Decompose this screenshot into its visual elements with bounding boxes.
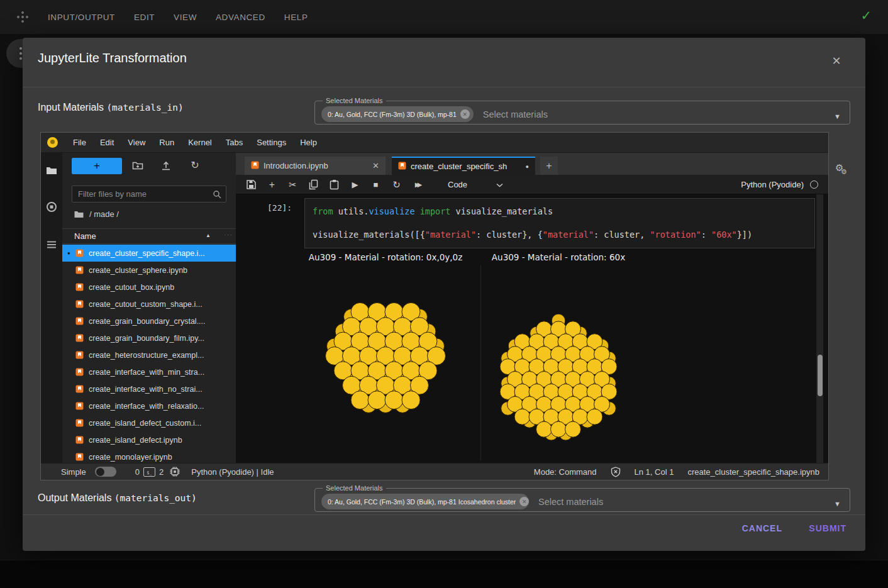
file-row[interactable]: ●create_grain_boundary_film.ipy... xyxy=(62,330,236,347)
selected-materials-legend: Selected Materials xyxy=(323,97,386,104)
input-materials-select-row[interactable]: 0: Au, Gold, FCC (Fm-3m) 3D (Bulk), mp-8… xyxy=(315,104,850,124)
cut-cells-icon[interactable]: ✂ xyxy=(287,179,298,190)
file-row[interactable]: ●create_grain_boundary_crystal.... xyxy=(62,313,236,330)
file-row[interactable]: ●create_island_defect_custom.i... xyxy=(62,414,236,431)
close-icon[interactable]: ✕ xyxy=(830,54,843,68)
tab-create-cluster-specific-shape[interactable]: create_cluster_specific_sh ● xyxy=(392,157,535,175)
terminals-count: 0 xyxy=(135,467,140,477)
file-row[interactable]: ●create_heterostructure_exampl... xyxy=(62,347,236,363)
output-materials-select: Selected Materials 0: Au, Gold, FCC (Fm-… xyxy=(314,484,850,512)
select-materials-placeholder: Select materials xyxy=(538,497,603,507)
filter-files-input[interactable] xyxy=(72,186,226,202)
editor-mode[interactable]: Mode: Command xyxy=(534,467,597,477)
chip-remove-icon[interactable]: ✕ xyxy=(519,497,529,506)
topbar-menu-view[interactable]: VIEW xyxy=(174,13,197,22)
new-folder-icon[interactable] xyxy=(132,160,143,171)
jupyter-left-sidebar xyxy=(41,153,62,463)
chevron-down-icon[interactable]: ▼ xyxy=(834,113,841,120)
filter-files-box xyxy=(72,186,226,202)
file-row[interactable]: ●create_cluster_sphere.ipynb xyxy=(62,262,236,279)
settings-gears-icon[interactable]: ⚙⚙ xyxy=(835,162,854,181)
file-row[interactable]: ●create_interface_with_min_stra... xyxy=(62,363,236,380)
running-kernels-icon[interactable] xyxy=(46,201,57,213)
topbar-menu-help[interactable]: HELP xyxy=(284,13,308,22)
topbar-menu-input-output[interactable]: INPUT/OUTPUT xyxy=(48,13,115,22)
new-launcher-button[interactable]: + xyxy=(72,158,122,174)
table-of-contents-icon[interactable] xyxy=(46,239,57,250)
upload-icon[interactable] xyxy=(160,160,172,171)
top-app-bar: INPUT/OUTPUTEDITVIEWADVANCEDHELP ✓ xyxy=(0,0,888,34)
topbar-menu-edit[interactable]: EDIT xyxy=(134,13,155,22)
file-row[interactable]: ●create_interface_with_relaxatio... xyxy=(62,397,236,414)
jupyter-menu-settings[interactable]: Settings xyxy=(250,138,293,147)
interrupt-kernel-icon[interactable]: ■ xyxy=(370,179,381,190)
output-materials-select-row[interactable]: 0: Au, Gold, FCC (Fm-3m) 3D (Bulk), mp-8… xyxy=(315,492,850,511)
cell-type-select[interactable]: Code xyxy=(448,180,467,189)
kernel-status-text[interactable]: Python (Pyodide) | Idle xyxy=(191,467,274,477)
scrollbar-track[interactable] xyxy=(816,194,823,463)
notebook-file-icon xyxy=(75,419,84,427)
submit-button[interactable]: SUBMIT xyxy=(809,523,846,533)
input-materials-label: Input Materials (materials_in) xyxy=(38,102,184,113)
restart-run-all-icon[interactable]: ▶▶ xyxy=(412,179,423,190)
figure-caption-1: Au309 - Material - rotation: 0x,0y,0z xyxy=(304,252,467,262)
cursor-position[interactable]: Ln 1, Col 1 xyxy=(635,467,674,477)
file-row[interactable]: ●create_interface_with_no_strai... xyxy=(62,380,236,397)
simple-mode-toggle[interactable] xyxy=(95,467,116,477)
file-name: create_cutout_box.ipynb xyxy=(89,283,174,292)
topbar-menu-advanced[interactable]: ADVANCED xyxy=(216,13,265,22)
file-browser-icon[interactable] xyxy=(46,165,57,176)
scrollbar-thumb[interactable] xyxy=(818,355,823,396)
file-row[interactable]: ●create_cutout_box.ipynb xyxy=(62,279,236,296)
notebook-file-icon xyxy=(398,162,406,172)
material-chip[interactable]: 0: Au, Gold, FCC (Fm-3m) 3D (Bulk), mp-8… xyxy=(321,494,529,509)
kernel-chip-icon[interactable] xyxy=(170,467,180,477)
notebook-file-icon xyxy=(251,161,259,171)
insert-cell-icon[interactable]: + xyxy=(267,179,277,190)
paste-cells-icon[interactable] xyxy=(329,179,340,190)
breadcrumb[interactable]: / made / xyxy=(74,209,119,219)
save-icon[interactable] xyxy=(246,179,257,190)
jupyter-menu-help[interactable]: Help xyxy=(293,138,324,147)
shield-x-icon xyxy=(611,467,621,477)
unsaved-dot-icon: ● xyxy=(526,164,529,170)
notebook-file-icon xyxy=(75,266,84,274)
jupyter-menu-file[interactable]: File xyxy=(66,138,93,147)
file-row[interactable]: ●create_cluster_specific_shape.i... xyxy=(62,245,236,262)
code-cell-editor[interactable]: from utils.visualize import visualize_ma… xyxy=(304,198,815,248)
jupyter-menu-edit[interactable]: Edit xyxy=(93,138,121,147)
restart-kernel-icon[interactable]: ↻ xyxy=(391,179,402,190)
cancel-button[interactable]: CANCEL xyxy=(742,523,782,533)
material-chip[interactable]: 0: Au, Gold, FCC (Fm-3m) 3D (Bulk), mp-8… xyxy=(321,106,474,122)
copy-cells-icon[interactable] xyxy=(308,179,319,190)
notebook-main-area: Introduction.ipynb ✕ create_cluster_spec… xyxy=(236,153,828,463)
file-name: create_cluster_sphere.ipynb xyxy=(89,266,187,275)
chip-remove-icon[interactable]: ✕ xyxy=(460,109,470,119)
jupyter-menu-run[interactable]: Run xyxy=(152,138,181,147)
close-tab-icon[interactable]: ✕ xyxy=(372,161,379,170)
refresh-icon[interactable]: ↻ xyxy=(189,160,201,171)
file-row[interactable]: ●create_cutout_custom_shape.i... xyxy=(62,296,236,313)
chevron-down-icon[interactable]: ▼ xyxy=(834,500,841,508)
sort-caret-icon: ▲ xyxy=(206,233,211,238)
run-cell-icon[interactable]: ▶ xyxy=(350,179,360,190)
terminal-icon[interactable]: $_ xyxy=(143,467,155,477)
simple-mode-label: Simple xyxy=(61,467,86,477)
page: INPUT/OUTPUTEDITVIEWADVANCEDHELP ✓ Jupyt… xyxy=(0,0,888,588)
file-list-header[interactable]: Name ▲ ··· xyxy=(62,228,236,244)
jupyter-menu-view[interactable]: View xyxy=(121,138,152,147)
tab-bar: Introduction.ipynb ✕ create_cluster_spec… xyxy=(236,153,828,175)
app-logo-icon[interactable] xyxy=(17,11,28,23)
new-tab-button[interactable]: + xyxy=(540,157,558,175)
file-row[interactable]: ●create_monolayer.ipynb xyxy=(62,448,236,463)
kernels-count: 2 xyxy=(159,467,164,477)
file-row[interactable]: ●create_island_defect.ipynb xyxy=(62,431,236,448)
notebook-toolbar: + ✂ ▶ ■ ↻ ▶▶ Code xyxy=(236,175,828,194)
jupyter-menu-tabs[interactable]: Tabs xyxy=(219,138,250,147)
file-name: create_grain_boundary_crystal.... xyxy=(89,317,206,326)
kernel-indicator[interactable]: Python (Pyodide) xyxy=(741,180,818,189)
chevron-down-icon[interactable] xyxy=(496,179,503,190)
jupyter-menu-kernel[interactable]: Kernel xyxy=(181,138,219,147)
backdrop-bottom-band xyxy=(0,560,888,588)
tab-introduction[interactable]: Introduction.ipynb ✕ xyxy=(245,157,386,175)
